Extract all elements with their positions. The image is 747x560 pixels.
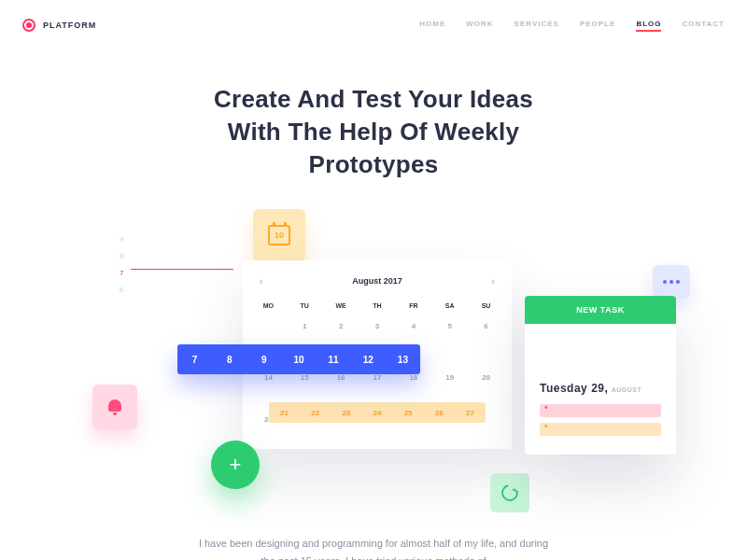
calendar-month-label: August 2017: [352, 276, 402, 286]
chat-dot-icon: [669, 280, 673, 284]
nav-contact[interactable]: CONTACT: [682, 20, 725, 32]
selected-week-strip[interactable]: 78910111213: [177, 344, 420, 374]
chat-card[interactable]: [653, 265, 690, 299]
logo-text: PLATFORM: [43, 21, 96, 30]
axis-marker-line: [131, 269, 233, 270]
refresh-card[interactable]: [490, 473, 529, 512]
prev-month-button[interactable]: ‹: [260, 275, 263, 287]
chat-dot-icon: [663, 280, 667, 284]
add-button[interactable]: +: [211, 441, 260, 489]
main-nav: HOME WORK SERVICES PEOPLE BLOG CONTACT: [419, 20, 725, 32]
logo-icon: [22, 19, 35, 32]
nav-people[interactable]: PEOPLE: [580, 20, 615, 32]
calendar-icon: [268, 225, 290, 245]
notification-card[interactable]: [92, 385, 137, 429]
next-month-button[interactable]: ›: [491, 275, 495, 287]
task-date: Tuesday 29, AUGUST: [525, 324, 676, 399]
task-item[interactable]: [540, 404, 661, 417]
nav-services[interactable]: SERVICES: [514, 20, 559, 32]
plus-icon: +: [230, 453, 242, 477]
new-task-button[interactable]: NEW TASK: [525, 296, 676, 324]
page-title: Create And Test Your Ideas With The Help…: [0, 83, 747, 181]
axis-labels: 9 8 7 6: [120, 235, 123, 302]
refresh-icon: [499, 482, 522, 505]
logo[interactable]: PLATFORM: [22, 19, 96, 32]
busy-week-strip[interactable]: 21222324252627: [269, 402, 486, 423]
chat-dot-icon: [676, 280, 680, 284]
calendar-weekdays: MOTUWETHFRSASU: [243, 296, 512, 315]
nav-home[interactable]: HOME: [419, 20, 445, 32]
bell-icon: [106, 399, 123, 415]
nav-work[interactable]: WORK: [466, 20, 493, 32]
nav-blog[interactable]: BLOG: [636, 20, 661, 32]
calendar-row: 123456: [243, 315, 512, 337]
illustration-canvas: 9 8 7 6 ‹ August 2017 › MOTUWETHFRSASU 1…: [0, 209, 747, 560]
body-paragraph: I have been designing and programming fo…: [191, 535, 556, 560]
task-item[interactable]: [540, 423, 661, 436]
task-panel: NEW TASK Tuesday 29, AUGUST: [525, 296, 676, 455]
calendar-icon-card[interactable]: [253, 209, 305, 261]
